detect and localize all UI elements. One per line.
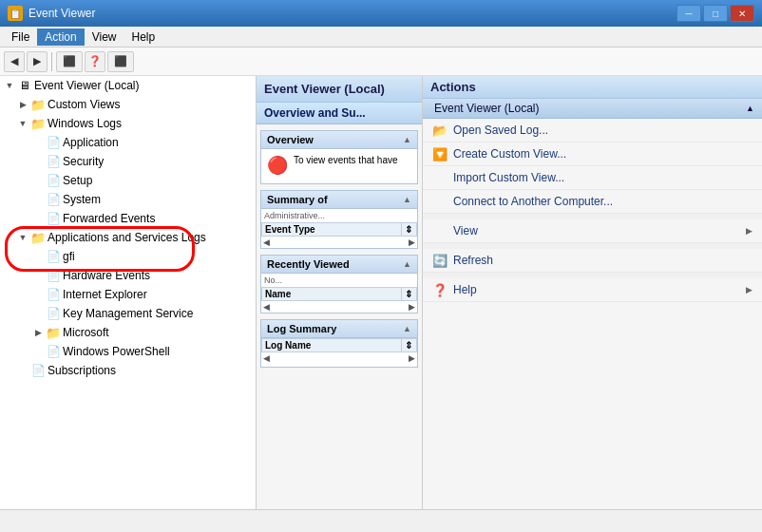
action-open-saved-log[interactable]: 📂 Open Saved Log...: [423, 119, 762, 142]
menu-action[interactable]: Action: [37, 28, 84, 46]
tree-item-windows-logs[interactable]: ▼ 📁 Windows Logs: [0, 114, 256, 133]
middle-panel: Event Viewer (Local) Overview and Su... …: [257, 76, 423, 509]
section-header-summary[interactable]: Summary of ▲: [261, 191, 417, 209]
import-custom-view-icon: [432, 170, 448, 185]
menu-file[interactable]: File: [4, 28, 37, 46]
tree-item-custom-views[interactable]: ▶ 📁 Custom Views: [0, 95, 256, 114]
action-label-create-custom-view: Create Custom View...: [453, 147, 566, 161]
section-header-recently-viewed[interactable]: Recently Viewed ▲: [261, 256, 417, 274]
toggle-windows-logs[interactable]: ▼: [15, 116, 30, 131]
tree-item-gfi[interactable]: 📄 gfi: [0, 247, 256, 266]
toolbar-separator: [51, 52, 52, 71]
toggle-security: [30, 154, 46, 169]
action-label-refresh: Refresh: [453, 254, 493, 267]
section-body-log-summary: Log Name ⇕ ◀ ▶: [261, 338, 417, 367]
tree-item-windows-powershell[interactable]: 📄 Windows PowerShell: [0, 342, 256, 361]
status-bar: [0, 509, 762, 532]
action-view[interactable]: View ▶: [423, 219, 762, 243]
actions-subheader: Event Viewer (Local) ▲: [423, 99, 762, 119]
tree-item-microsoft[interactable]: ▶ 📁 Microsoft: [0, 323, 256, 342]
tree-item-forwarded-events[interactable]: 📄 Forwarded Events: [0, 209, 256, 228]
action-connect-to-computer[interactable]: Connect to Another Computer...: [423, 190, 762, 214]
tree-item-security[interactable]: 📄 Security: [0, 152, 256, 171]
summary-table: Event Type ⇕: [261, 222, 417, 237]
action-refresh[interactable]: 🔄 Refresh: [423, 249, 762, 273]
minimize-button[interactable]: ─: [676, 5, 701, 22]
tree-label-hardware: Hardware Events: [63, 269, 150, 282]
panel-section-recently-viewed: Recently Viewed ▲ No... Name ⇕ ◀ ▶: [260, 255, 418, 314]
action-label-help: Help: [453, 283, 477, 296]
tree-item-hardware-events[interactable]: 📄 Hardware Events: [0, 266, 256, 285]
log-icon-application: 📄: [46, 135, 61, 150]
collapse-log-summary-icon[interactable]: ▲: [403, 324, 411, 333]
recently-viewed-nav-left[interactable]: ◀: [263, 302, 270, 312]
middle-subheader: Overview and Su...: [257, 103, 422, 124]
tree-label-system: System: [63, 193, 101, 206]
action-create-custom-view[interactable]: 🔽 Create Custom View...: [423, 142, 762, 166]
help-button[interactable]: ❓: [85, 51, 105, 72]
tree-item-system[interactable]: 📄 System: [0, 190, 256, 209]
tree-item-application[interactable]: 📄 Application: [0, 133, 256, 152]
window-title: Event Viewer: [29, 7, 95, 20]
create-custom-view-icon: 🔽: [432, 146, 448, 162]
menu-view[interactable]: View: [85, 28, 124, 46]
tree-item-subscriptions[interactable]: 📄 Subscriptions: [0, 361, 256, 380]
show-hide-button[interactable]: ⬛: [56, 51, 83, 72]
toggle-microsoft[interactable]: ▶: [30, 325, 46, 340]
log-icon-powershell: 📄: [46, 344, 61, 359]
tree-item-key-management[interactable]: 📄 Key Management Service: [0, 304, 256, 323]
toggle-custom-views[interactable]: ▶: [15, 97, 30, 112]
collapse-recently-viewed-icon[interactable]: ▲: [403, 259, 411, 269]
toggle-app-services[interactable]: ▼: [15, 230, 30, 245]
log-icon-forwarded: 📄: [46, 211, 61, 226]
summary-subtitle: Administrative...: [261, 209, 417, 222]
toolbar: ◀ ▶ ⬛ ❓ ⬛: [0, 48, 762, 76]
toggle-forwarded: [30, 211, 46, 226]
folder-icon-windows-logs: 📁: [30, 116, 46, 131]
section-body-overview: 🔴 To view events that have: [261, 149, 417, 183]
panel-section-overview: Overview ▲ 🔴 To view events that have: [260, 130, 418, 184]
summary-nav-right[interactable]: ▶: [409, 238, 415, 247]
action-label-view: View: [453, 224, 478, 238]
recently-viewed-nav-right[interactable]: ▶: [409, 302, 415, 312]
log-icon-hardware: 📄: [46, 268, 61, 283]
highlight-region: ▼ 📁 Applications and Services Logs 📄 gfi: [0, 228, 256, 266]
toggle-application: [30, 135, 46, 150]
section-title-summary: Summary of: [267, 194, 328, 205]
tree-label-gfi: gfi: [63, 250, 75, 263]
back-button[interactable]: ◀: [4, 51, 25, 72]
tree-item-event-viewer-local[interactable]: ▼ 🖥 Event Viewer (Local): [0, 76, 256, 95]
tree-item-internet-explorer[interactable]: 📄 Internet Explorer: [0, 285, 256, 304]
toggle-event-viewer[interactable]: ▼: [2, 78, 17, 93]
action-help[interactable]: ❓ Help ▶: [423, 278, 762, 302]
overview-text: To view events that have: [294, 155, 398, 165]
close-button[interactable]: ✕: [730, 5, 754, 22]
section-header-overview[interactable]: Overview ▲: [261, 131, 417, 149]
log-summary-scroll-col: ⇕: [402, 339, 417, 352]
actions-subheader-label: Event Viewer (Local): [434, 102, 540, 115]
menu-help[interactable]: Help: [124, 28, 163, 46]
action-import-custom-view[interactable]: Import Custom View...: [423, 166, 762, 190]
log-summary-nav: ◀ ▶: [261, 352, 417, 364]
tree-label-application: Application: [63, 136, 119, 149]
section-body-summary: Administrative... Event Type ⇕ ◀ ▶: [261, 209, 417, 248]
forward-button[interactable]: ▶: [27, 51, 48, 72]
panel-section-log-summary: Log Summary ▲ Log Name ⇕ ◀ ▶: [260, 319, 418, 368]
collapse-summary-icon[interactable]: ▲: [403, 195, 411, 204]
section-header-log-summary[interactable]: Log Summary ▲: [261, 320, 417, 338]
tree-label-setup: Setup: [63, 174, 92, 187]
log-summary-nav-left[interactable]: ◀: [263, 353, 270, 363]
recently-viewed-nav: ◀ ▶: [261, 301, 417, 313]
maximize-button[interactable]: □: [703, 5, 728, 22]
tree-item-app-services-logs[interactable]: ▼ 📁 Applications and Services Logs: [0, 228, 256, 247]
summary-col-event-type: Event Type: [262, 223, 402, 237]
log-summary-nav-right[interactable]: ▶: [409, 353, 415, 363]
toggle-hardware: [30, 268, 46, 283]
collapse-overview-icon[interactable]: ▲: [403, 135, 411, 144]
summary-nav-left[interactable]: ◀: [263, 238, 270, 247]
tree-item-setup[interactable]: 📄 Setup: [0, 171, 256, 190]
extra-button[interactable]: ⬛: [107, 51, 134, 72]
recently-viewed-col-name: Name: [262, 288, 402, 301]
tree-label-app-services: Applications and Services Logs: [48, 231, 206, 244]
tree-label-windows-logs: Windows Logs: [48, 117, 122, 130]
